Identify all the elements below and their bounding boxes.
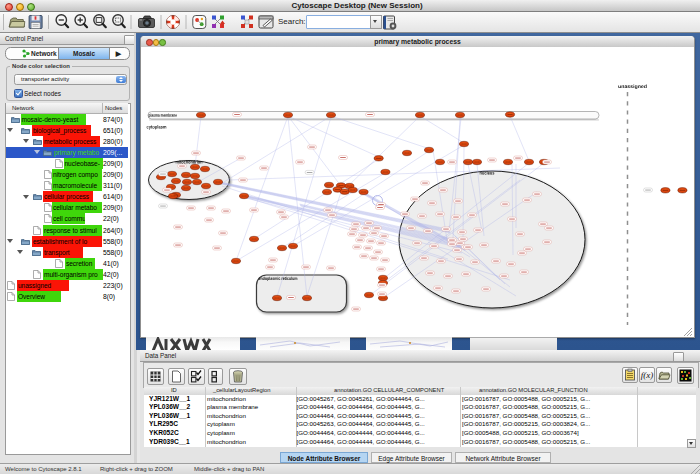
svg-text:f(x): f(x) bbox=[641, 370, 654, 380]
